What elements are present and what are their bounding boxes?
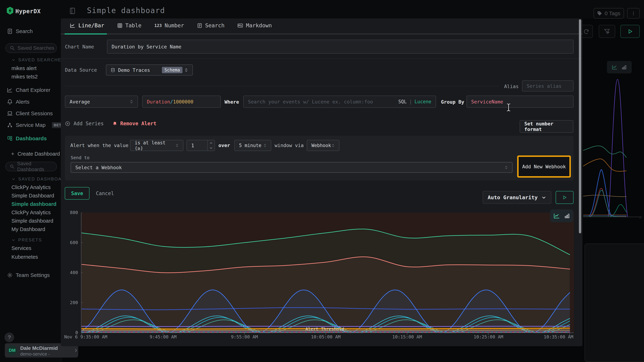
sidebar-item-search[interactable]: Search: [0, 26, 61, 36]
avatar: DM: [7, 346, 17, 355]
chevron-down-icon: [12, 238, 16, 242]
tags-button[interactable]: 0 Tags: [594, 8, 624, 18]
dashboard-run-button[interactable]: [620, 25, 640, 38]
sidebar: Search Saved Searches SAVED SEARCHES mik…: [0, 18, 61, 362]
top-bar: HyperDX Simple dashboard 0 Tags: [0, 0, 644, 18]
page-title: Simple dashboard: [87, 6, 165, 15]
user-name: Dale McDiarmid: [20, 345, 58, 351]
saved-dashboards-input[interactable]: Saved Dashboards: [5, 162, 57, 171]
gear-icon: [7, 272, 13, 278]
play-icon: [627, 29, 633, 34]
y-axis-tick-label: 200: [64, 300, 78, 305]
sidebar-item-alerts[interactable]: Alerts: [0, 97, 61, 107]
preset-link[interactable]: Kubernetes: [12, 254, 38, 260]
search-doc-icon: [7, 28, 13, 34]
saved-dashboard-link[interactable]: Simple Dashboard: [12, 193, 54, 199]
chart-type-toggle[interactable]: [550, 209, 573, 222]
saved-search-link[interactable]: mikes tets2: [12, 74, 38, 80]
chevron-right-icon: [74, 348, 78, 353]
sidebar-item-team-settings[interactable]: Team Settings: [0, 270, 61, 280]
sidebar-item-dashboards[interactable]: Dashboards: [0, 134, 61, 144]
service-map-icon: [7, 122, 13, 128]
y-axis-tick-label: 400: [64, 270, 78, 275]
plus-icon: [10, 152, 15, 156]
sidebar-item-service-map[interactable]: Service Map BETA: [0, 120, 61, 130]
chevron-down-icon: [12, 177, 16, 181]
line-chart-icon: [553, 212, 560, 219]
x-axis-tick-label: 10:15:00 AM: [392, 334, 422, 340]
chevron-down-icon: [12, 58, 16, 62]
background-dashboard-chart: [583, 77, 644, 220]
saved-searches-header[interactable]: SAVED SEARCHES: [12, 57, 61, 62]
sidebar-collapse-icon[interactable]: [69, 7, 76, 15]
sidebar-item-client-sessions[interactable]: Client Sessions: [0, 108, 61, 119]
create-dashboard-button[interactable]: Create Dashboard: [0, 149, 61, 159]
filter-button[interactable]: [599, 25, 615, 38]
tag-icon: [597, 11, 602, 16]
modal-scrollbar[interactable]: [579, 19, 581, 233]
background-panel: [584, 243, 644, 362]
dots-vertical-icon: [631, 11, 636, 16]
x-axis-tick-label: 10:25:00 AM: [474, 334, 504, 340]
chart-explorer-icon: [7, 87, 13, 93]
bar-chart-icon: [621, 64, 627, 70]
refresh-icon: [583, 28, 589, 34]
saved-searches-input[interactable]: Saved Searches: [5, 43, 57, 53]
help-button[interactable]: ?: [4, 333, 14, 342]
background-chart-type-toggle[interactable]: [607, 61, 632, 73]
more-menu-button[interactable]: [627, 8, 640, 18]
user-subtitle: demo-service -: [20, 352, 50, 357]
saved-dashboard-link[interactable]: ClickPy Analytics: [12, 210, 51, 215]
y-axis-tick-label: 600: [64, 240, 78, 245]
sidebar-item-chart-explorer[interactable]: Chart Explorer: [0, 85, 61, 95]
saved-dashboard-link[interactable]: Simple dashboard: [12, 218, 53, 224]
brand-label: HyperDX: [16, 8, 41, 15]
saved-dashboards-placeholder: Saved Dashboards: [17, 161, 56, 172]
series-service-purple: [82, 326, 570, 327]
dashboards-icon: [7, 135, 13, 142]
alert-threshold-label: Alert Threshold: [306, 327, 344, 332]
saved-search-link[interactable]: mikes alert: [12, 65, 36, 71]
magnifier-icon: [10, 45, 15, 51]
x-axis-tick-label: 9:55:00 AM: [231, 334, 258, 340]
saved-dashboard-link[interactable]: ClickPy Analytics: [12, 184, 51, 190]
line-chart: [81, 213, 574, 338]
filter-edit-icon: [604, 28, 610, 35]
edit-chart-modal: Line/Bar Table 123 Number Search Markdow…: [61, 18, 582, 346]
bell-icon: [7, 99, 13, 105]
beta-badge: BETA: [52, 122, 61, 128]
x-axis-tick-label: Nov 6 9:35:00 AM: [64, 334, 107, 340]
x-axis-tick-label: 10:35:00 AM: [544, 334, 573, 340]
x-axis-tick-label: 10:05:00 AM: [311, 334, 340, 340]
hyperdx-logo-icon: [6, 6, 14, 15]
saved-searches-placeholder: Saved Searches: [18, 45, 54, 51]
chart-preview: Alert Threshold 0200400600800Nov 6 9:35:…: [61, 18, 582, 346]
y-axis-tick-label: 800: [64, 210, 78, 215]
saved-dashboard-link[interactable]: My Dashboard: [12, 226, 45, 232]
line-chart-icon: [612, 64, 618, 70]
tags-label: 0 Tags: [605, 10, 620, 16]
saved-dashboard-link-active[interactable]: Simple dashboard: [12, 201, 56, 207]
saved-dashboards-header[interactable]: SAVED DASHBOARDS: [12, 177, 61, 181]
presets-header[interactable]: PRESETS: [12, 237, 42, 242]
text-cursor-pointer: [506, 103, 511, 112]
x-axis-tick-label: 9:45:00 AM: [150, 334, 176, 340]
laptop-icon: [7, 110, 13, 117]
preset-link[interactable]: Services: [12, 245, 31, 251]
magnifier-icon: [10, 164, 15, 169]
bar-chart-icon: [564, 213, 570, 219]
